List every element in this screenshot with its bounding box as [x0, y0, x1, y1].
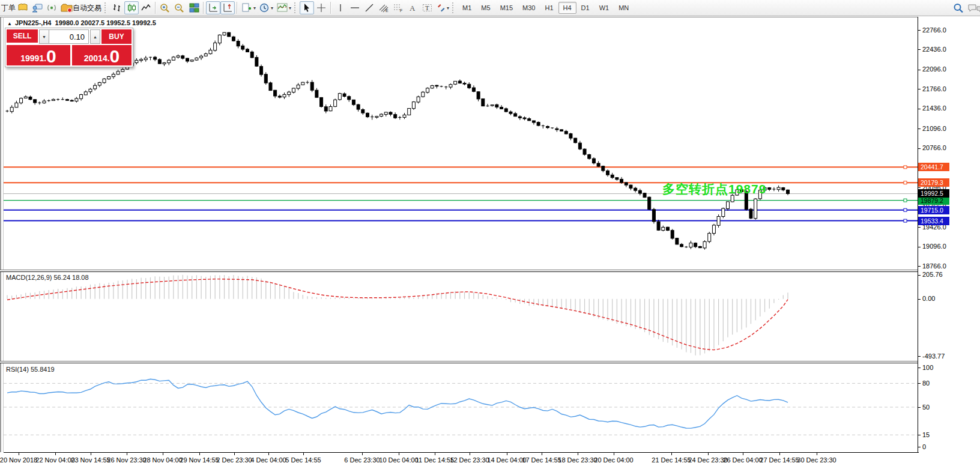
- pane-separator-macd-rsi[interactable]: [0, 361, 980, 363]
- price-line-handle[interactable]: [904, 181, 907, 184]
- vertical-line-button[interactable]: [333, 1, 348, 14]
- chart-plot-area[interactable]: [0, 17, 918, 452]
- sell-price-pips: 0: [46, 48, 56, 65]
- new-order-button[interactable]: ▾: [240, 1, 258, 14]
- crosshair-button[interactable]: [314, 1, 328, 14]
- timeframe-button-m30[interactable]: M30: [518, 2, 540, 14]
- price-axis[interactable]: 22766.022436.022096.021766.021436.021096…: [918, 17, 980, 452]
- chart-title-ohlc: 19980.0 20027.5 19952.5 19992.5: [55, 19, 156, 26]
- cursor-button[interactable]: [300, 1, 314, 14]
- bar-chart-button[interactable]: [110, 1, 124, 14]
- sell-price-int: 19991: [20, 52, 44, 65]
- time-tick-label: 14 Dec 04:00: [487, 456, 526, 464]
- text-button[interactable]: A: [405, 1, 420, 14]
- dropdown-caret-icon: ▾: [447, 5, 449, 11]
- price-tick-label: 20766.0: [922, 144, 946, 151]
- rsi-tick-mark: [918, 383, 921, 384]
- timeframe-button-m1[interactable]: M1: [458, 2, 476, 14]
- toolbar-separator: [237, 2, 238, 14]
- rsi-level-lines: [4, 383, 918, 435]
- price-line-handle[interactable]: [904, 199, 907, 202]
- zoom-out-button[interactable]: [172, 1, 187, 14]
- time-tick-label: 5 Dec 14:55: [285, 456, 321, 464]
- price-tick-mark: [918, 148, 921, 149]
- volume-increase-button[interactable]: ▲: [90, 29, 100, 44]
- timeframe-button-w1[interactable]: W1: [594, 2, 614, 14]
- horizontal-line-button[interactable]: [348, 1, 362, 14]
- cursor-icon: [303, 3, 311, 13]
- line-chart-icon: [141, 3, 151, 13]
- equidistant-channel-button[interactable]: E: [377, 1, 391, 14]
- new-order-icon: [241, 3, 252, 13]
- search-button[interactable]: [951, 1, 966, 14]
- price-line-handle[interactable]: [904, 166, 907, 169]
- price-line-label: 19533.4: [918, 217, 949, 225]
- volume-decrease-button[interactable]: ▼: [39, 29, 49, 44]
- candlestick-chart-icon: [127, 3, 136, 13]
- tile-windows-icon: [189, 3, 199, 13]
- time-tick-mark: [303, 453, 304, 455]
- trendline-button[interactable]: [362, 1, 377, 14]
- autotrade-button[interactable]: 自动交易: [59, 1, 103, 14]
- time-tick-label: 27 Dec 14:55: [760, 456, 799, 464]
- svg-text:A: A: [410, 4, 416, 13]
- timeframe-bar: M1M5M15M30H1H4D1W1MN: [458, 2, 634, 14]
- time-tick-mark: [234, 453, 235, 455]
- signals-broadcast-button[interactable]: [44, 1, 59, 14]
- autotrade-label: 自动交易: [73, 3, 101, 13]
- text-label-button[interactable]: T: [420, 1, 434, 14]
- time-axis-line: [4, 452, 919, 453]
- chat-button[interactable]: [966, 1, 980, 14]
- time-axis[interactable]: 20 Nov 201822 Nov 04:0023 Nov 14:5526 No…: [0, 452, 980, 466]
- timeframe-button-mn[interactable]: MN: [614, 2, 634, 14]
- price-line-handle[interactable]: [904, 219, 907, 222]
- tile-windows-button[interactable]: [187, 1, 201, 14]
- periods-clock-button[interactable]: ▾: [258, 1, 275, 14]
- auto-scroll-button[interactable]: [206, 1, 220, 14]
- zoom-in-button[interactable]: [158, 1, 172, 14]
- toolbar-grip[interactable]: [294, 2, 297, 13]
- timeframe-button-h1[interactable]: H1: [540, 2, 558, 14]
- toolbar-grip[interactable]: [104, 2, 107, 13]
- pane-separator-main-macd[interactable]: [0, 270, 980, 272]
- time-tick-mark: [91, 453, 91, 455]
- macd-tick-label: 0.00: [922, 295, 935, 302]
- timeframe-button-h4[interactable]: H4: [558, 2, 576, 14]
- line-chart-button[interactable]: [139, 1, 153, 14]
- svg-text:T: T: [425, 4, 429, 11]
- time-tick-mark: [199, 453, 200, 455]
- timeframe-button-d1[interactable]: D1: [576, 2, 594, 14]
- chart-annotation-text[interactable]: 多空转折点19879: [662, 181, 766, 198]
- price-line-handle[interactable]: [904, 208, 907, 211]
- candlestick-chart-button[interactable]: [124, 1, 139, 14]
- timeframe-button-m5[interactable]: M5: [476, 2, 495, 14]
- rsi-tick-label: 15: [922, 431, 930, 438]
- toolbar-separator: [155, 2, 156, 14]
- new-order-book-button[interactable]: [16, 1, 30, 14]
- indicators-button[interactable]: ▾: [275, 1, 293, 14]
- time-tick-label: 17 Dec 14:55: [522, 456, 561, 464]
- toolbar-separator: [330, 2, 331, 14]
- price-tick-mark: [918, 49, 921, 50]
- buy-price-box[interactable]: 20014 . 0: [72, 45, 132, 65]
- bid-price-label: 19992.5: [918, 189, 949, 198]
- fibonacci-button[interactable]: F: [391, 1, 405, 14]
- time-tick-label: 20 Nov 2018: [0, 456, 37, 464]
- price-tick-mark: [918, 70, 921, 70]
- price-tick-mark: [918, 89, 921, 89]
- chart-shift-button[interactable]: [220, 1, 235, 14]
- toolbar-grip[interactable]: [452, 2, 455, 13]
- accounts-user-icon: [32, 3, 43, 13]
- time-tick-label: 18 Dec 23:30: [558, 456, 597, 464]
- time-tick-mark: [614, 453, 614, 455]
- volume-input[interactable]: 0.10: [49, 29, 89, 44]
- accounts-user-button[interactable]: [30, 1, 44, 14]
- arrow-shapes-button[interactable]: ▾: [434, 1, 451, 14]
- sell-button[interactable]: SELL: [7, 29, 38, 44]
- window-collapse-icon[interactable]: ▲: [7, 21, 12, 26]
- sell-price-box[interactable]: 19991 . 0: [7, 45, 70, 65]
- rsi-tick-mark: [918, 447, 921, 447]
- timeframe-button-m15[interactable]: M15: [495, 2, 518, 14]
- buy-button[interactable]: BUY: [101, 29, 132, 44]
- toolbar-separator: [203, 2, 204, 14]
